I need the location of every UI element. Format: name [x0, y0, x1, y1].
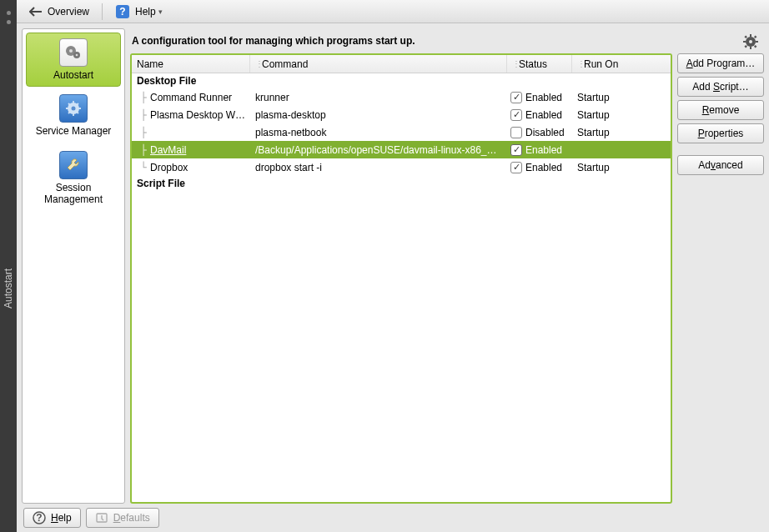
status-checkbox[interactable]: ✓	[510, 109, 522, 121]
restore-defaults-icon	[95, 511, 108, 524]
svg-rect-10	[750, 34, 751, 37]
row-name: Command Runner	[150, 92, 250, 103]
status-checkbox[interactable]: ✓	[510, 92, 522, 103]
row-status: Enabled	[525, 92, 562, 103]
svg-point-3	[69, 49, 73, 53]
row-status: Disabled	[525, 127, 565, 138]
svg-rect-11	[750, 47, 751, 49]
wrench-icon	[59, 151, 88, 179]
action-panel: Add Program… Add Script… Remove Properti…	[677, 28, 764, 504]
row-command: /Backup/Applications/openSUSE/davmail-li…	[250, 144, 507, 156]
svg-rect-13	[756, 41, 758, 43]
svg-rect-16	[744, 45, 747, 48]
remove-button[interactable]: Remove	[677, 100, 764, 120]
table-row[interactable]: ├Command Runnerkrunner✓EnabledStartup	[132, 88, 671, 106]
footer: ? Help Defaults	[17, 504, 769, 532]
defaults-button[interactable]: Defaults	[86, 508, 159, 528]
help-icon: ?	[115, 4, 130, 19]
row-status: Enabled	[525, 162, 562, 173]
group-script-file: Script File	[132, 176, 671, 191]
add-script-button[interactable]: Add Script…	[677, 77, 764, 97]
group-desktop-file: Desktop File	[132, 73, 671, 88]
back-arrow-icon	[29, 7, 43, 17]
table-row[interactable]: ├plasma-netbookDisabledStartup	[132, 123, 671, 141]
settings-gear-icon[interactable]	[742, 33, 759, 50]
status-checkbox[interactable]	[510, 127, 522, 138]
gears-icon	[59, 38, 88, 67]
col-status[interactable]: ⋮⋮Status	[507, 55, 572, 73]
sidebar-item-label: Session Management	[44, 182, 103, 206]
sidebar-item-session-management[interactable]: Session Management	[26, 145, 121, 212]
window-rail: Autostart	[0, 0, 17, 532]
help-icon: ?	[33, 511, 46, 524]
sidebar-item-label: Autostart	[53, 69, 93, 81]
properties-button[interactable]: Properties	[677, 123, 764, 143]
help-menu-button[interactable]: ? Help ▾	[108, 2, 170, 22]
status-checkbox[interactable]: ✓	[510, 162, 522, 173]
add-program-button[interactable]: Add Program…	[677, 53, 764, 73]
row-command: plasma-desktop	[250, 109, 507, 121]
row-status: Enabled	[525, 144, 562, 156]
svg-point-5	[76, 54, 78, 57]
toolbar-separator	[102, 3, 103, 20]
svg-point-7	[72, 107, 76, 111]
table-header: Name ⋮⋮Command ⋮⋮Status ⋮⋮Run On	[132, 55, 671, 73]
col-command[interactable]: ⋮⋮Command	[250, 55, 507, 73]
svg-text:?: ?	[119, 6, 125, 18]
row-run-on: Startup	[572, 109, 656, 121]
help-label: Help	[135, 6, 156, 18]
table-row[interactable]: └Dropboxdropbox start -i✓EnabledStartup	[132, 158, 671, 176]
row-command: krunner	[250, 92, 507, 103]
autostart-table: Name ⋮⋮Command ⋮⋮Status ⋮⋮Run On Desktop…	[130, 53, 672, 504]
svg-rect-12	[743, 41, 746, 43]
rail-dot	[7, 20, 11, 24]
col-run-on[interactable]: ⋮⋮Run On	[572, 55, 656, 73]
category-sidebar: Autostart Service Manager Session Manage…	[22, 28, 125, 504]
sidebar-item-autostart[interactable]: Autostart	[26, 33, 121, 87]
page-description: A configuration tool for managing which …	[132, 35, 671, 47]
row-name: DavMail	[150, 144, 250, 156]
row-name: Dropbox	[150, 162, 250, 173]
advanced-button[interactable]: Advanced	[677, 155, 764, 175]
service-icon	[59, 94, 88, 123]
overview-button[interactable]: Overview	[22, 3, 97, 20]
rail-title: Autostart	[3, 269, 14, 309]
toolbar: Overview ? Help ▾	[17, 0, 769, 23]
row-run-on: Startup	[572, 162, 656, 173]
row-command: plasma-netbook	[250, 127, 507, 138]
overview-label: Overview	[48, 6, 89, 18]
rail-dot	[7, 11, 11, 15]
col-name[interactable]: Name	[132, 55, 250, 73]
row-run-on: Startup	[572, 92, 656, 103]
row-command: dropbox start -i	[250, 162, 507, 173]
sidebar-item-label: Service Manager	[36, 125, 112, 137]
row-status: Enabled	[525, 109, 562, 121]
svg-point-9	[749, 40, 752, 43]
table-row[interactable]: ├DavMail/Backup/Applications/openSUSE/da…	[132, 141, 671, 158]
row-name: Plasma Desktop W…	[150, 109, 250, 121]
table-row[interactable]: ├Plasma Desktop W…plasma-desktop✓Enabled…	[132, 106, 671, 123]
row-run-on: Startup	[572, 127, 656, 138]
sidebar-item-service-manager[interactable]: Service Manager	[26, 88, 121, 143]
svg-rect-15	[754, 45, 757, 48]
help-button[interactable]: ? Help	[23, 508, 81, 528]
chevron-down-icon: ▾	[158, 8, 163, 16]
svg-rect-14	[744, 36, 747, 39]
status-checkbox[interactable]: ✓	[510, 144, 522, 156]
svg-text:?: ?	[36, 512, 42, 524]
svg-rect-17	[754, 36, 757, 39]
